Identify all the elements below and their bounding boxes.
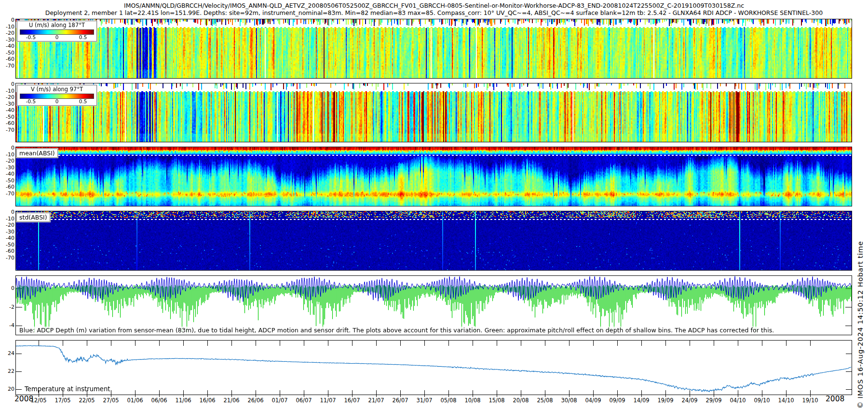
- v-colorbar-tick-label: 0: [55, 98, 59, 104]
- x-tick-label: 19/10: [797, 397, 823, 404]
- x-tick-label: 11/07: [315, 397, 341, 404]
- x-tick-label: 16/06: [194, 397, 220, 404]
- x-tick-label: 12/05: [26, 397, 52, 404]
- y-tick-label: -4: [0, 322, 14, 328]
- x-tick-label: 06/06: [146, 397, 172, 404]
- y-tick-label: -30: [0, 37, 14, 43]
- x-tick-label: 01/06: [122, 397, 148, 404]
- y-tick-label: -70: [0, 127, 14, 133]
- y-tick-label: -60: [0, 56, 14, 62]
- x-tick-label: 04/10: [725, 397, 751, 404]
- x-tick-label: 09/09: [604, 397, 630, 404]
- figure-title-filename: IMOS/ANMN/QLD/GBRCCH/Velocity/IMOS_ANMN-…: [0, 2, 868, 9]
- x-tick-label: 21/06: [218, 397, 244, 404]
- x-tick-label: 21/07: [363, 397, 389, 404]
- y-tick-label: 0: [0, 285, 14, 291]
- u-colorbar-tick-label: -0.5: [26, 34, 36, 40]
- x-tick-label: 19/09: [652, 397, 678, 404]
- v-legend-title: V (m/s) along 97°T: [17, 85, 96, 93]
- y-tick-label: -20: [0, 94, 14, 100]
- x-tick-label: 26/06: [243, 397, 269, 404]
- copyright-watermark: © IMOS 16-Aug-2024 14:50:12 Hobart time: [856, 196, 864, 409]
- y-tick-label: -30: [0, 229, 14, 235]
- x-tick-label: 24/09: [677, 397, 703, 404]
- figure-title-deployment: Deployment 2, member 1 lat=22.41S lon=15…: [0, 9, 868, 16]
- x-tick-label: 01/07: [267, 397, 293, 404]
- x-tick-label: 20/08: [508, 397, 534, 404]
- y-tick-label: -20: [0, 222, 14, 228]
- y-tick-label: -70: [0, 191, 14, 197]
- y-tick-label: -40: [0, 107, 14, 113]
- x-tick-label: 09/10: [749, 397, 775, 404]
- x-tick-label: 06/07: [291, 397, 317, 404]
- y-tick-label: -50: [0, 114, 14, 120]
- y-tick-label: -70: [0, 255, 14, 261]
- y-tick-label: -40: [0, 235, 14, 241]
- x-tick-label: 15/08: [484, 397, 510, 404]
- x-tick-label: 17/05: [50, 397, 76, 404]
- x-tick-label: 27/05: [98, 397, 124, 404]
- x-tick-label: 10/08: [460, 397, 486, 404]
- y-tick-label: 22: [0, 368, 14, 374]
- y-tick-label: -10: [0, 88, 14, 94]
- y-tick-label: -50: [0, 50, 14, 56]
- temperature-plot: [16, 341, 852, 395]
- u-colorbar-tick-label: 0: [55, 34, 59, 40]
- depth-annotation: Blue: ADCP Depth (m) variation from sens…: [18, 327, 775, 334]
- y-tick-label: -10: [0, 24, 14, 30]
- y-tick-label: 0: [0, 81, 14, 87]
- y-tick-label: -10: [0, 216, 14, 222]
- y-tick-label: -50: [0, 242, 14, 248]
- u-colorbar-ticks: -0.5 0 0.5: [17, 35, 96, 41]
- x-tick-label: 04/09: [580, 397, 606, 404]
- figure-root: IMOS/ANMN/QLD/GBRCCH/Velocity/IMOS_ANMN-…: [0, 0, 868, 410]
- y-tick-label: -20: [0, 30, 14, 36]
- year-label-right: 2008: [826, 395, 844, 403]
- depth-variation-plot: [16, 276, 852, 335]
- x-tick-label: 31/07: [411, 397, 437, 404]
- y-tick-label: -20: [0, 158, 14, 164]
- y-tick-label: -2: [0, 304, 14, 310]
- x-tick-label: 11/06: [170, 397, 196, 404]
- y-tick-label: -60: [0, 120, 14, 126]
- x-tick-label: 30/08: [556, 397, 582, 404]
- x-tick-label: 14/10: [773, 397, 799, 404]
- y-tick-label: 0: [0, 145, 14, 151]
- y-tick-label: -30: [0, 164, 14, 171]
- y-tick-label: 0: [0, 209, 14, 215]
- v-colorbar-legend: V (m/s) along 97°T -0.5 0 0.5: [17, 85, 97, 106]
- y-tick-label: -50: [0, 178, 14, 184]
- x-tick-label: 16/07: [339, 397, 365, 404]
- x-tick-label: 29/09: [701, 397, 727, 404]
- y-tick-label: -60: [0, 184, 14, 190]
- x-tick-label: 05/08: [435, 397, 461, 404]
- y-tick-label: -10: [0, 151, 14, 158]
- v-colorbar-ticks: -0.5 0 0.5: [17, 99, 96, 105]
- u-velocity-heatmap: [16, 19, 852, 78]
- y-tick-label: -70: [0, 63, 14, 69]
- x-tick-label: 25/08: [532, 397, 558, 404]
- std-absi-label: std(ABSI): [16, 213, 50, 222]
- y-tick-label: 0: [0, 17, 14, 23]
- y-tick-label: 20: [0, 386, 14, 392]
- std-absi-heatmap: [16, 211, 852, 270]
- y-tick-label: 24: [0, 350, 14, 356]
- y-tick-label: -30: [0, 101, 14, 107]
- u-colorbar-legend: U (m/s) along 187°T -0.5 0 0.5: [17, 21, 97, 41]
- u-colorbar-tick-label: 0.5: [79, 34, 87, 40]
- u-legend-title: U (m/s) along 187°T: [17, 21, 96, 29]
- v-colorbar-tick-label: 0.5: [79, 98, 87, 104]
- mean-absi-heatmap: [16, 147, 852, 206]
- temperature-label: Temperature at instrument: [25, 385, 110, 393]
- y-tick-label: -40: [0, 43, 14, 49]
- v-colorbar-tick-label: -0.5: [26, 98, 36, 104]
- y-tick-label: -60: [0, 248, 14, 254]
- x-tick-label: 26/07: [387, 397, 413, 404]
- x-tick-label: 22/05: [74, 397, 100, 404]
- mean-absi-label: mean(ABSI): [16, 149, 58, 158]
- v-velocity-heatmap: [16, 83, 852, 142]
- x-tick-label: 14/09: [628, 397, 654, 404]
- y-tick-label: -40: [0, 171, 14, 177]
